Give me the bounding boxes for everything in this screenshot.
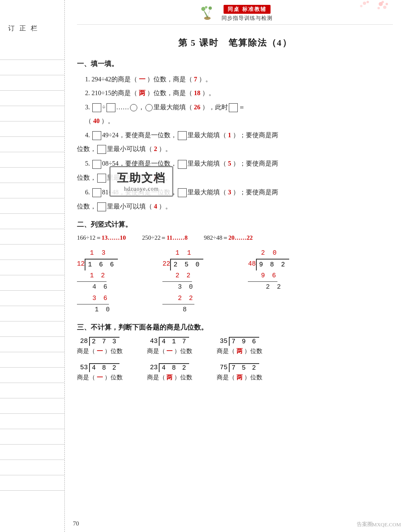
ld1-dividend: 1 6 6 bbox=[85, 259, 118, 270]
ld1-divisor-line: 12 1 6 6 bbox=[77, 259, 118, 270]
section1-item1: 1. 294÷42的商是（ 一 ）位数，商是（ 7 ）。 bbox=[77, 73, 393, 85]
header: 同桌 标准教辅 同步指导训练与检测 bbox=[77, 0, 393, 25]
svg-point-3 bbox=[205, 6, 207, 9]
blank-5-3 bbox=[97, 174, 106, 183]
ld3-divisor: 48 bbox=[248, 259, 256, 270]
sidebar-line bbox=[0, 475, 64, 491]
svg-point-6 bbox=[377, 7, 380, 9]
sidebar-line bbox=[0, 383, 64, 398]
answer-6-2: 4 bbox=[154, 203, 157, 210]
answer-1-1: 一 bbox=[139, 76, 145, 83]
svg-point-10 bbox=[360, 5, 362, 7]
eq3: 982÷48＝20……22 bbox=[204, 234, 253, 242]
header-brand-top: 同桌 标准教辅 bbox=[224, 5, 270, 14]
sidebar-line bbox=[0, 275, 64, 291]
ld3-step1: 9 6 bbox=[248, 270, 277, 282]
sidebar-line bbox=[0, 414, 64, 429]
sidebar-line bbox=[0, 429, 64, 445]
ld3-step2: 2 2 bbox=[248, 282, 282, 293]
sidebar-line bbox=[0, 45, 64, 60]
judge-divisor-4: 53 bbox=[80, 364, 88, 371]
ld2-quotient: 1 1 bbox=[162, 248, 191, 259]
svg-point-8 bbox=[386, 3, 388, 5]
sidebar-line bbox=[0, 106, 64, 121]
eq2-answer: 11……8 bbox=[166, 234, 188, 241]
answer-3-2: 40 bbox=[93, 117, 100, 124]
section1-item4-cont: 位数，里最小可以填（ 2 ）。 bbox=[77, 143, 393, 155]
answer-2-2: 18 bbox=[194, 89, 200, 96]
ld1-step4: 1 0 bbox=[77, 304, 111, 315]
section1-item5-cont: 位数，里最小可以填（ 6 ）。 bbox=[77, 172, 393, 184]
blank-3-3 bbox=[229, 103, 238, 112]
blank-5-1 bbox=[92, 160, 101, 169]
sidebar-line bbox=[0, 460, 64, 475]
judge-divisor-6: 75 bbox=[220, 364, 228, 371]
judge-answer-3: 两 bbox=[237, 348, 243, 354]
circle-3b bbox=[145, 104, 153, 111]
judge-div-5: 23 4 8 2 bbox=[150, 363, 189, 372]
judge-answer-6: 两 bbox=[237, 374, 243, 381]
sidebar-line bbox=[0, 291, 64, 306]
blank-3-2 bbox=[107, 103, 115, 112]
answer-1-2: 7 bbox=[194, 76, 197, 83]
decoration-svg bbox=[356, 0, 389, 20]
ld3-divisor-line: 48 9 8 2 bbox=[248, 259, 289, 270]
judge-divisor-2: 43 bbox=[150, 338, 158, 345]
judge-div-1: 28 2 7 3 bbox=[80, 337, 119, 346]
bottom-watermark-right: MXQE.COM bbox=[372, 521, 401, 528]
eq1-answer: 13……10 bbox=[102, 234, 126, 241]
page-title: 第 5 课时 笔算除法（4） bbox=[77, 37, 393, 49]
judge-answer-5: 两 bbox=[166, 374, 173, 381]
answer-4-1: 1 bbox=[228, 132, 231, 138]
bottom-watermark-left: 告案圈 bbox=[357, 521, 373, 528]
ld1-quotient: 1 3 bbox=[77, 248, 105, 259]
page-wrapper: 订 正 栏 bbox=[0, 0, 405, 532]
svg-point-1 bbox=[201, 7, 205, 11]
sidebar-line bbox=[0, 75, 64, 91]
judge-divisor-1: 28 bbox=[80, 338, 88, 345]
judge-item-6: 75 7 5 2 商是（ 两 ）位数 bbox=[217, 363, 262, 381]
bottom-right-text: MXQE.COM bbox=[372, 521, 401, 528]
judge-dividend-4: 4 8 2 bbox=[89, 363, 119, 372]
judge-div-3: 35 7 9 6 bbox=[220, 337, 259, 346]
blank-6-1 bbox=[92, 188, 101, 197]
judge-answer-4: 一 bbox=[97, 374, 103, 381]
section1-item2: 2. 210÷15的商是（ 两 ）位数，商是（ 18 ）。 bbox=[77, 87, 393, 99]
sidebar-lines bbox=[0, 45, 64, 491]
bottom-left-text: 告案圈 bbox=[357, 521, 373, 527]
equation-row: 166÷12＝13……10 250÷22＝11……8 982÷48＝20……22 bbox=[77, 234, 393, 242]
section2-header: 二、列竖式计算。 bbox=[77, 220, 393, 229]
judge-div-4: 53 4 8 2 bbox=[80, 363, 119, 372]
svg-point-11 bbox=[367, 1, 369, 3]
ld3-dividend: 9 8 2 bbox=[256, 259, 289, 270]
answer-4-2: 2 bbox=[154, 145, 157, 152]
section1-item6: 6. 81÷48，要使商是一位数，里最大能填（ 3 ）；要使商是两 bbox=[77, 186, 393, 198]
ld2-divisor: 22 bbox=[162, 259, 170, 270]
blank-4-1 bbox=[92, 131, 101, 140]
sidebar-line bbox=[0, 398, 64, 414]
judge-dividend-3: 7 9 6 bbox=[229, 337, 259, 346]
sidebar-line bbox=[0, 183, 64, 198]
answer-6-1: 3 bbox=[228, 189, 231, 196]
blank-6-2 bbox=[178, 188, 187, 197]
long-div-1: 1 3 12 1 6 6 1 2 4 6 3 6 1 0 bbox=[77, 248, 118, 315]
svg-point-7 bbox=[382, 1, 384, 3]
section1: 一、填一填。 1. 294÷42的商是（ 一 ）位数，商是（ 7 ）。 2. 2… bbox=[77, 59, 393, 213]
judge-item-4: 53 4 8 2 商是（ 一 ）位数 bbox=[77, 363, 123, 381]
judge-label-4: 商是（ 一 ）位数 bbox=[77, 374, 123, 381]
circle-3 bbox=[130, 104, 137, 111]
ld1-step1: 1 2 bbox=[77, 270, 107, 282]
sidebar-label: 订 正 栏 bbox=[8, 24, 39, 33]
svg-point-2 bbox=[209, 6, 212, 10]
header-decoration bbox=[356, 0, 389, 20]
judge-row-2: 53 4 8 2 商是（ 一 ）位数 23 4 8 2 商是（ 两 ）位数 75 bbox=[77, 363, 393, 381]
judge-dividend-6: 7 5 2 bbox=[229, 363, 259, 372]
answer-2-1: 两 bbox=[139, 89, 145, 96]
blank-3-1 bbox=[92, 103, 101, 112]
judge-label-5: 商是（ 两 ）位数 bbox=[147, 374, 193, 381]
ld1-step3: 3 6 bbox=[77, 293, 109, 304]
svg-point-9 bbox=[363, 2, 366, 5]
section1-item3-container: 3. ÷……，里最大能填（ 26 ），此时＝ （ 40 ）。 互助文档 hdzu… bbox=[77, 101, 393, 128]
header-brand-sub: 同步指导训练与检测 bbox=[222, 15, 273, 22]
sidebar-line bbox=[0, 168, 64, 183]
